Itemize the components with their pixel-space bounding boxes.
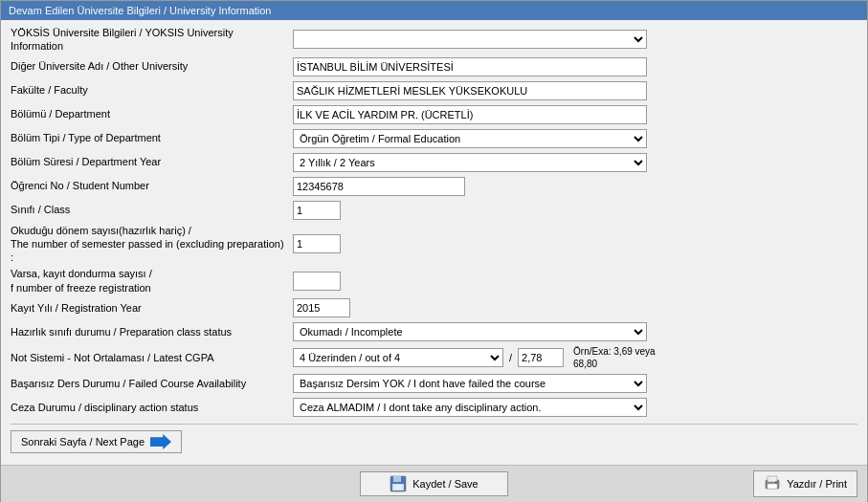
divider (11, 424, 857, 425)
save-label: Kaydet / Save (412, 478, 479, 490)
cgpa-value-input[interactable] (518, 348, 564, 367)
disciplinary-label: Ceza Durumu / disciplinary action status (11, 401, 293, 414)
freeze-label: Varsa, kayıt dondurma sayısı / f number … (11, 267, 293, 295)
cgpa-separator: / (509, 352, 512, 363)
dept-type-select[interactable]: Örgün Öğretim / Formal Education (293, 129, 647, 148)
failed-course-input-col: Başarısız Dersim YOK / I dont have faile… (293, 374, 857, 393)
svg-rect-6 (768, 484, 777, 489)
student-no-label: Öğrenci No / Student Number (11, 179, 293, 192)
dept-year-input-col: 2 Yıllık / 2 Years 4 Yıllık / 4 Years (293, 153, 857, 172)
form-content: YÖKSİS Üniversite Bilgileri / YOKSIS Uni… (1, 20, 867, 461)
dept-type-row: Bölüm Tipi / Type of Department Örgün Öğ… (11, 128, 857, 149)
class-label: Sınıfı / Class (11, 203, 293, 216)
disciplinary-select[interactable]: Ceza ALMADIM / I dont take any disciplin… (293, 398, 647, 417)
dept-year-label: Bölüm Süresi / Department Year (11, 155, 293, 168)
failed-course-select[interactable]: Başarısız Dersim YOK / I dont have faile… (293, 374, 647, 393)
failed-course-row: Başarısız Ders Durumu / Failed Course Av… (11, 373, 857, 394)
svg-rect-1 (393, 476, 401, 482)
next-page-arrow-icon (150, 434, 171, 449)
bottom-bar: Kaydet / Save Yazdır / Print (1, 465, 867, 502)
cgpa-label: Not Sistemi - Not Ortalaması / Latest CG… (11, 351, 293, 364)
class-input[interactable] (293, 201, 341, 220)
title-text: Devam Edilen Üniversite Bilgileri / Univ… (9, 5, 271, 16)
svg-point-7 (775, 482, 777, 484)
reg-year-label: Kayıt Yılı / Registration Year (11, 301, 293, 315)
next-page-section: Sonraki Sayfa / Next Page (11, 430, 857, 453)
yoksis-label: YÖKSİS Üniversite Bilgileri / YOKSIS Uni… (11, 26, 293, 54)
faculty-input-col (293, 81, 857, 100)
prep-status-select[interactable]: Okumadı / Incomplete (293, 322, 647, 341)
next-page-button[interactable]: Sonraki Sayfa / Next Page (11, 430, 182, 453)
prep-status-input-col: Okumadı / Incomplete (293, 322, 857, 341)
freeze-input[interactable] (293, 272, 341, 291)
semester-input-col (293, 234, 857, 253)
reg-year-row: Kayıt Yılı / Registration Year (11, 297, 857, 318)
other-university-input[interactable] (293, 57, 647, 76)
department-label: Bölümü / Department (11, 107, 293, 120)
title-bar: Devam Edilen Üniversite Bilgileri / Univ… (1, 1, 867, 20)
save-icon (389, 475, 407, 492)
faculty-input[interactable] (293, 81, 647, 100)
freeze-row: Varsa, kayıt dondurma sayısı / f number … (11, 267, 857, 295)
save-button[interactable]: Kaydet / Save (360, 471, 508, 496)
reg-year-input-col (293, 298, 857, 317)
student-no-input-col (293, 177, 857, 196)
failed-course-label: Başarısız Ders Durumu / Failed Course Av… (11, 377, 293, 390)
student-no-row: Öğrenci No / Student Number (11, 176, 857, 197)
reg-year-input[interactable] (293, 298, 350, 317)
other-university-label: Diğer Üniversite Adı / Other University (11, 59, 293, 73)
department-row: Bölümü / Department (11, 104, 857, 125)
svg-rect-3 (394, 485, 402, 490)
semester-label: Okuduğu dönem sayısı(hazırlık hariç) / T… (11, 224, 293, 265)
other-university-input-col (293, 57, 857, 76)
yoksis-input-col (293, 30, 857, 49)
semester-input[interactable] (293, 234, 341, 253)
print-icon (764, 474, 781, 493)
dept-year-select[interactable]: 2 Yıllık / 2 Years 4 Yıllık / 4 Years (293, 153, 647, 172)
svg-rect-5 (768, 476, 777, 482)
cgpa-scale-select[interactable]: 4 Üzerinden / out of 4 (293, 348, 503, 367)
disciplinary-input-col: Ceza ALMADIM / I dont take any disciplin… (293, 398, 857, 417)
class-row: Sınıfı / Class (11, 200, 857, 221)
save-svg (389, 475, 407, 492)
cgpa-note: Örn/Exa: 3,69 veya 68,80 (573, 345, 656, 370)
department-input-col (293, 105, 857, 124)
main-window: Devam Edilen Üniversite Bilgileri / Univ… (0, 0, 868, 502)
faculty-row: Fakülte / Faculty (11, 80, 857, 101)
student-no-input[interactable] (293, 177, 465, 196)
other-university-row: Diğer Üniversite Adı / Other University (11, 56, 857, 77)
prep-status-label: Hazırlık sınıfı durumu / Preparation cla… (11, 325, 293, 338)
print-label: Yazdır / Print (787, 478, 847, 490)
disciplinary-row: Ceza Durumu / disciplinary action status… (11, 397, 857, 418)
department-input[interactable] (293, 105, 647, 124)
dept-type-input-col: Örgün Öğretim / Formal Education (293, 129, 857, 148)
class-input-col (293, 201, 857, 220)
cgpa-input-col: 4 Üzerinden / out of 4 / Örn/Exa: 3,69 v… (293, 345, 857, 370)
dept-type-label: Bölüm Tipi / Type of Department (11, 131, 293, 144)
print-svg (764, 474, 781, 491)
semester-row: Okuduğu dönem sayısı(hazırlık hariç) / T… (11, 224, 857, 265)
dept-year-row: Bölüm Süresi / Department Year 2 Yıllık … (11, 152, 857, 173)
next-page-label: Sonraki Sayfa / Next Page (21, 436, 145, 447)
faculty-label: Fakülte / Faculty (11, 83, 293, 97)
freeze-input-col (293, 272, 857, 291)
print-button[interactable]: Yazdır / Print (753, 470, 857, 497)
yoksis-select[interactable] (293, 30, 647, 49)
prep-status-row: Hazırlık sınıfı durumu / Preparation cla… (11, 321, 857, 342)
cgpa-row: Not Sistemi - Not Ortalaması / Latest CG… (11, 345, 857, 370)
yoksis-row: YÖKSİS Üniversite Bilgileri / YOKSIS Uni… (11, 26, 857, 54)
